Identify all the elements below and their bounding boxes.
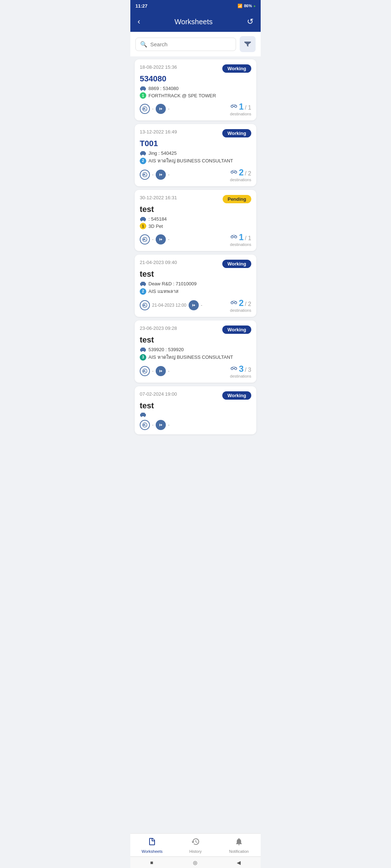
- dest-total: / 2: [245, 301, 251, 307]
- dest-label: destinations: [230, 242, 251, 247]
- vehicle-text: Deaw R&D : 71010009: [148, 281, 197, 286]
- worksheet-card[interactable]: 13-12-2022 16:49 Working T001 Jing : 540…: [135, 124, 256, 186]
- arrive-icon: [140, 366, 150, 376]
- depart-icon: [156, 104, 166, 114]
- car-icon: [140, 86, 146, 91]
- refresh-button[interactable]: ↺: [245, 16, 255, 28]
- dest-label: destinations: [230, 178, 251, 182]
- worksheet-card[interactable]: 07-02-2024 19:00 Working test: [135, 386, 256, 434]
- dest-icon: [230, 365, 238, 372]
- dest-current: 1: [239, 102, 244, 112]
- card-id: test: [140, 269, 251, 279]
- status-right: 📶 86% ●: [237, 4, 256, 8]
- worksheet-card[interactable]: 18-08-2022 15:36 Working 534080 8869 : 5…: [135, 59, 256, 120]
- svg-point-36: [141, 416, 142, 417]
- dest-total: / 1: [245, 235, 251, 242]
- dest-count: 3 / 3: [230, 364, 251, 374]
- location-text: FORTHTRACK @ SPE TOWER: [148, 93, 216, 98]
- card-id: 534080: [140, 74, 251, 84]
- car-icon: [140, 151, 146, 156]
- vehicle-text: 539920 : 539920: [148, 347, 184, 352]
- arrive-time: -: [152, 422, 154, 427]
- dest-icon: [230, 299, 238, 306]
- dest-total: / 2: [245, 170, 251, 177]
- svg-rect-35: [140, 414, 146, 416]
- depart-icon: [189, 300, 199, 310]
- status-badge: Working: [222, 64, 251, 73]
- depart-icon: [156, 234, 166, 244]
- worksheet-card[interactable]: 23-06-2023 09:28 Working test 539920 : 5…: [135, 320, 256, 383]
- destinations-info: 2 / 2 destinations: [230, 167, 251, 182]
- depart-time: -: [168, 172, 169, 177]
- dest-label: destinations: [230, 374, 251, 378]
- svg-rect-28: [140, 349, 146, 351]
- depart-icon: [156, 420, 166, 430]
- svg-point-29: [141, 351, 142, 352]
- status-badge: Pending: [223, 195, 251, 203]
- card-location-row: 1 3D Pet: [140, 223, 251, 229]
- card-header: 18-08-2022 15:36 Working: [140, 64, 251, 73]
- card-datetime: 30-12-2022 16:31: [140, 195, 177, 200]
- card-location-row: 3 AIS หาดใหญ่ BUSINESS CONSULTANT: [140, 353, 251, 361]
- svg-point-9: [144, 154, 145, 156]
- card-times: - -: [140, 420, 169, 430]
- dest-icon: [230, 169, 238, 175]
- worksheet-list: 18-08-2022 15:36 Working 534080 8869 : 5…: [130, 56, 261, 463]
- svg-point-1: [141, 90, 142, 91]
- card-id: test: [140, 205, 251, 214]
- card-header: 13-12-2022 16:49 Working: [140, 129, 251, 137]
- dest-current: 3: [239, 364, 244, 374]
- dest-icon: [230, 234, 238, 240]
- arrive-icon: [140, 104, 150, 114]
- card-vehicle-row: Jing : 540425: [140, 150, 251, 156]
- svg-point-30: [144, 351, 145, 352]
- card-times: - -: [140, 366, 169, 376]
- card-times: 21-04-2023 12:00 -: [140, 300, 202, 310]
- filter-button[interactable]: [240, 36, 256, 52]
- status-badge: Working: [222, 326, 251, 334]
- arrive-icon: [140, 420, 150, 430]
- svg-point-23: [144, 285, 145, 286]
- dest-icon: [230, 103, 238, 110]
- card-id: test: [140, 401, 251, 410]
- signal-icon: 📶: [237, 4, 243, 8]
- location-text: 3D Pet: [148, 224, 163, 229]
- worksheet-card[interactable]: 21-04-2023 09:40 Working test Deaw R&D :…: [135, 255, 256, 317]
- card-header: 07-02-2024 19:00 Working: [140, 391, 251, 400]
- vehicle-text: Jing : 540425: [148, 150, 177, 156]
- search-input[interactable]: [150, 41, 231, 47]
- card-bottom: - -: [140, 364, 251, 378]
- location-badge: 2: [140, 288, 146, 295]
- svg-point-22: [141, 285, 142, 286]
- svg-point-37: [144, 416, 145, 417]
- card-bottom: 21-04-2023 12:00 -: [140, 298, 251, 312]
- card-header: 21-04-2023 09:40 Working: [140, 260, 251, 268]
- location-text: AIS หาดใหญ่ BUSINESS CONSULTANT: [148, 353, 233, 361]
- search-input-wrapper[interactable]: 🔍: [135, 38, 236, 51]
- destinations-info: 3 / 3 destinations: [230, 364, 251, 378]
- depart-time: -: [168, 106, 169, 111]
- card-times: - -: [140, 170, 169, 180]
- destinations-info: 1 / 1 destinations: [230, 102, 251, 116]
- depart-time: -: [168, 369, 169, 374]
- card-bottom: - -: [140, 232, 251, 247]
- card-datetime: 21-04-2023 09:40: [140, 260, 177, 265]
- card-id: T001: [140, 139, 251, 148]
- card-bottom: - -: [140, 102, 251, 116]
- car-icon: [140, 217, 146, 221]
- worksheet-card[interactable]: 30-12-2022 16:31 Pending test : 545184 1…: [135, 190, 256, 251]
- depart-time: -: [168, 237, 169, 242]
- svg-point-2: [144, 90, 145, 91]
- filter-icon: [244, 42, 251, 47]
- car-icon: [140, 413, 146, 417]
- card-location-row: 2 AIS แมทพลาส: [140, 288, 251, 295]
- depart-time: -: [168, 422, 169, 427]
- arrive-time: -: [152, 172, 154, 177]
- dest-count: 2 / 2: [230, 298, 251, 308]
- card-vehicle-row: 539920 : 539920: [140, 347, 251, 352]
- card-vehicle-row: 8869 : 534080: [140, 86, 251, 91]
- dest-current: 1: [239, 232, 244, 242]
- dest-label: destinations: [230, 112, 251, 116]
- dest-count: 1 / 1: [230, 232, 251, 242]
- back-button[interactable]: ‹: [136, 16, 142, 28]
